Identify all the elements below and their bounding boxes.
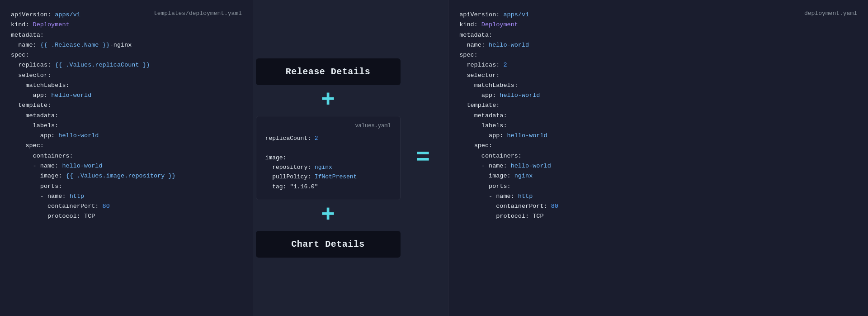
table-row: name: hello-world [459, 40, 857, 50]
table-row: replicas: {{ .Values.replicaCount }} [11, 60, 242, 70]
table-row: metadata: [11, 30, 242, 40]
table-row: spec: [459, 141, 857, 151]
table-row [265, 143, 391, 153]
table-row: image: [265, 153, 391, 163]
table-row: - name: http [11, 192, 242, 201]
middle-left: Release Details + values.yaml replicaCou… [256, 58, 401, 258]
table-row: metadata: [11, 111, 242, 121]
left-code-block: apiVersion: apps/v1kind: Deploymentmetad… [11, 10, 242, 222]
chart-details-box: Chart Details [256, 231, 401, 258]
table-row: - name: hello-world [11, 161, 242, 171]
table-row: replicas: 2 [459, 60, 857, 70]
table-row: containerPort: 80 [459, 201, 857, 211]
table-row: image: {{ .Values.image.repository }} [11, 171, 242, 181]
table-row: spec: [459, 50, 857, 60]
table-row: app: hello-world [11, 131, 242, 141]
release-details-box: Release Details [256, 58, 401, 85]
table-row: - name: hello-world [459, 161, 857, 171]
values-file-label: values.yaml [265, 123, 391, 129]
table-row: protocol: TCP [459, 211, 857, 221]
table-row: ports: [459, 182, 857, 192]
chart-details-title: Chart Details [291, 239, 365, 249]
table-row: spec: [11, 141, 242, 151]
table-row: app: hello-world [459, 131, 857, 141]
table-row: labels: [459, 121, 857, 131]
table-row: selector: [11, 71, 242, 81]
release-details-title: Release Details [286, 67, 371, 77]
table-row: containerPort: 80 [11, 201, 242, 211]
values-box: values.yaml replicaCount: 2 image: repos… [256, 116, 401, 201]
values-code-block: replicaCount: 2 image: repository: nginx… [265, 134, 391, 192]
table-row: metadata: [459, 111, 857, 121]
main-container: templates/deployment.yaml apiVersion: ap… [0, 0, 868, 316]
table-row: matchLabels: [11, 81, 242, 91]
table-row: app: hello-world [11, 91, 242, 101]
table-row: kind: Deployment [11, 20, 242, 30]
table-row: name: {{ .Release.Name }}-nginx [11, 40, 242, 50]
left-file-label: templates/deployment.yaml [154, 10, 242, 17]
table-row: selector: [459, 71, 857, 81]
middle-inner: Release Details + values.yaml replicaCou… [267, 58, 434, 258]
table-row: labels: [11, 121, 242, 131]
middle-panel: Release Details + values.yaml replicaCou… [253, 0, 448, 316]
table-row: protocol: TCP [11, 211, 242, 221]
table-row: spec: [11, 50, 242, 60]
right-panel: deployment.yaml apiVersion: apps/v1kind:… [448, 0, 868, 316]
equals-container: = [405, 146, 441, 170]
table-row: apiVersion: apps/v1 [459, 10, 857, 20]
table-row: kind: Deployment [459, 20, 857, 30]
plus-sign-1: + [321, 89, 335, 112]
table-row: image: nginx [459, 171, 857, 181]
table-row: ports: [11, 182, 242, 192]
table-row: metadata: [459, 30, 857, 40]
table-row: pullPolicy: IfNotPresent [265, 172, 391, 182]
table-row: replicaCount: 2 [265, 134, 391, 143]
table-row: repository: nginx [265, 163, 391, 172]
table-row: containers: [11, 151, 242, 161]
table-row: matchLabels: [459, 81, 857, 91]
table-row: tag: "1.16.0" [265, 182, 391, 192]
table-row: app: hello-world [459, 91, 857, 101]
plus-sign-2: + [321, 204, 335, 227]
table-row: containers: [459, 151, 857, 161]
table-row: template: [459, 101, 857, 110]
right-code-block: apiVersion: apps/v1kind: Deploymentmetad… [459, 10, 857, 222]
table-row: template: [11, 101, 242, 110]
table-row: - name: http [459, 192, 857, 201]
right-file-label: deployment.yaml [804, 10, 857, 17]
left-panel: templates/deployment.yaml apiVersion: ap… [0, 0, 253, 316]
equals-sign: = [416, 146, 430, 170]
